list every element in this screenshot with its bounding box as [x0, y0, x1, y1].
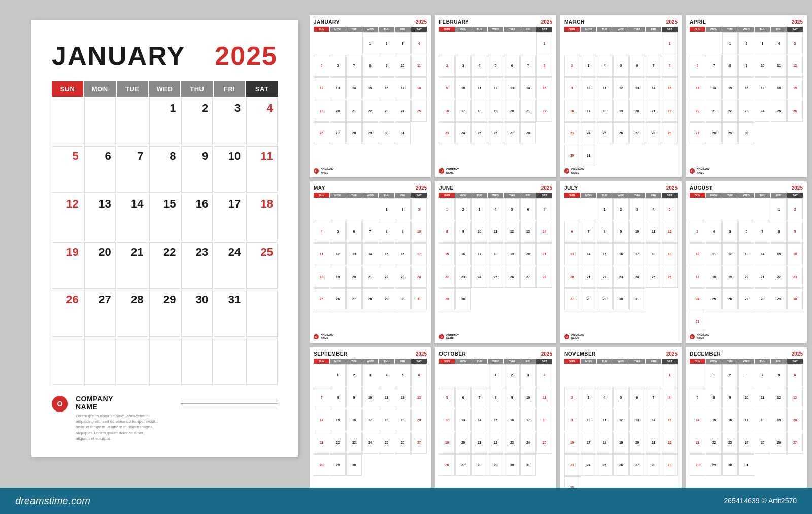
sm-day-header: SUN: [314, 359, 329, 364]
sm-day: 21: [314, 432, 329, 454]
sm-day: 18: [646, 243, 661, 265]
sm-day: 19: [771, 409, 787, 431]
sm-day: 1: [597, 198, 613, 220]
calendar-day: 15: [149, 194, 181, 241]
sm-day-header: THU: [379, 27, 394, 32]
sm-day: 4: [597, 387, 613, 408]
sm-day: 12: [504, 221, 520, 243]
sm-day: [395, 145, 411, 166]
sm-day: 28: [646, 122, 661, 144]
calendar-day: 4: [246, 98, 278, 145]
sm-day: 14: [346, 77, 362, 99]
sm-day: 2: [395, 198, 411, 220]
calendar-day: 25: [246, 242, 278, 289]
sm-day-header: TUE: [722, 359, 738, 364]
small-calendar-june: JUNE2025SUNMONTUEWEDTHUFRISAT12345678910…: [435, 181, 556, 343]
sm-day-header: THU: [629, 27, 645, 32]
sm-day: 16: [613, 243, 629, 265]
sm-day: [536, 288, 552, 310]
sm-calendar-body: 1234567891011121314151617181920212223242…: [439, 32, 552, 166]
sm-day-header: SAT: [536, 359, 552, 364]
sm-day-header: FRI: [520, 359, 536, 364]
sm-day: 10: [411, 221, 427, 243]
sm-day: 30: [455, 288, 471, 310]
sm-year: 2025: [416, 19, 427, 25]
sm-day: 2: [379, 32, 394, 54]
sm-footer: OCOMPANYNAME: [564, 334, 678, 340]
sm-day: 9: [564, 77, 580, 99]
sm-day: [395, 454, 411, 476]
sm-day: 14: [362, 243, 378, 265]
sm-calendar-body: 1234567891011121314151617181920212223242…: [690, 364, 803, 498]
sm-day: 10: [629, 221, 645, 243]
sm-day: 19: [395, 409, 411, 431]
sm-day-header: SUN: [690, 359, 705, 364]
sm-day: [738, 198, 754, 220]
sm-day: 2: [564, 387, 580, 408]
sm-day: 28: [362, 288, 378, 310]
sm-header: MARCH2025: [564, 19, 678, 25]
sm-day: 14: [755, 243, 770, 265]
sm-day: 11: [597, 409, 613, 431]
sm-day: [536, 311, 552, 332]
sm-day: 24: [755, 100, 770, 122]
sm-day: [787, 311, 803, 332]
sm-day: 1: [362, 32, 378, 54]
sm-header: SEPTEMBER2025: [314, 351, 427, 357]
sm-day-header: WED: [488, 193, 503, 198]
sm-year: 2025: [666, 19, 678, 25]
sm-day: 21: [581, 266, 596, 288]
sm-day: 14: [646, 77, 661, 99]
sm-year: 2025: [792, 351, 803, 357]
header-mon: MON: [84, 81, 116, 97]
sm-header: DECEMBER2025: [690, 351, 803, 357]
sm-day: 26: [613, 454, 629, 476]
sm-day: 9: [787, 221, 803, 243]
sm-calendar-body: 1234567891011121314151617181920212223242…: [314, 364, 427, 498]
sm-day: 26: [395, 432, 411, 454]
sm-footer: OCOMPANYNAME: [690, 168, 803, 174]
sm-day: 26: [330, 288, 346, 310]
sm-day: [706, 311, 722, 332]
sm-day: [564, 198, 580, 220]
sm-day: 4: [471, 55, 487, 77]
sm-day-header: THU: [379, 359, 394, 364]
sm-day: [395, 311, 411, 332]
sm-day-header: WED: [613, 359, 629, 364]
sm-day: [504, 145, 520, 166]
sm-day: [629, 32, 645, 54]
sm-day: 25: [379, 432, 394, 454]
sm-day: 5: [722, 221, 738, 243]
sm-day: [646, 311, 661, 332]
sm-day-header: WED: [488, 359, 503, 364]
sm-day: 19: [314, 100, 329, 122]
sm-day: 20: [690, 100, 705, 122]
sm-day: [362, 454, 378, 476]
calendar-day: 7: [117, 146, 148, 193]
sm-day: 1: [536, 32, 552, 54]
sm-day: 11: [646, 221, 661, 243]
sm-day: 14: [706, 77, 722, 99]
sm-day-header: WED: [362, 359, 378, 364]
calendar-day: 31: [214, 290, 245, 337]
sm-day: 9: [346, 387, 362, 408]
sm-day: 19: [662, 243, 678, 265]
sm-day: 30: [564, 145, 580, 166]
sm-day: 14: [471, 409, 487, 431]
sm-day: 5: [613, 55, 629, 77]
sm-day-header: WED: [738, 359, 754, 364]
sm-month: MAY: [314, 185, 325, 191]
sm-day: 24: [395, 100, 411, 122]
sm-calendar-body: 1234567891011121314151617181920212223242…: [314, 198, 427, 332]
day-headers: SUN MON TUE WED THU FRI SAT: [52, 81, 278, 97]
sm-day-header: TUE: [346, 193, 362, 198]
sm-day: 23: [787, 266, 803, 288]
sm-day: 19: [787, 77, 803, 99]
sm-day: [471, 288, 487, 310]
sm-company-name: COMPANYNAME: [446, 334, 459, 340]
sm-day: 23: [564, 122, 580, 144]
header-fri: FRI: [214, 81, 245, 97]
sm-day: [330, 145, 346, 166]
sm-day: 4: [536, 364, 552, 386]
sm-day: [690, 364, 705, 386]
